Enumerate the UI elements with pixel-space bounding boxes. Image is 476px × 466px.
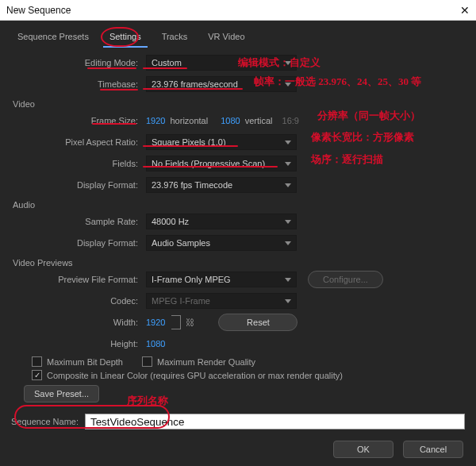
editing-mode-value: Custom <box>152 58 182 67</box>
preview-file-format-label: Preview File Format: <box>13 275 146 284</box>
preview-file-format-select[interactable]: I-Frame Only MPEG <box>146 272 297 287</box>
reset-button[interactable]: Reset <box>218 314 298 331</box>
pixel-aspect-value: Square Pixels (1.0) <box>152 137 226 147</box>
fields-select[interactable]: No Fields (Progressive Scan) <box>146 156 297 171</box>
sequence-name-label: Sequence Name: <box>11 417 79 426</box>
horizontal-label: horizontal <box>170 116 208 125</box>
settings-content: Editing Mode: Custom Timebase: 23.976 fr… <box>0 48 476 409</box>
sequence-name-input[interactable] <box>85 414 465 429</box>
composite-linear-checkbox[interactable] <box>32 370 42 380</box>
frame-width-input[interactable]: 1920 <box>146 116 165 125</box>
frame-height-input[interactable]: 1080 <box>221 116 240 125</box>
ok-button[interactable]: OK <box>333 441 393 458</box>
chevron-down-icon <box>285 241 291 245</box>
configure-button: Configure... <box>308 271 383 288</box>
window-titlebar: New Sequence ✕ <box>0 0 476 21</box>
window-title: New Sequence <box>6 5 71 16</box>
max-bit-depth-label: Maximum Bit Depth <box>47 357 123 367</box>
preview-width-label: Width: <box>13 318 146 327</box>
tab-settings[interactable]: Settings <box>103 29 148 48</box>
chevron-down-icon <box>285 61 291 65</box>
preview-file-format-value: I-Frame Only MPEG <box>152 275 231 284</box>
tab-vr-video[interactable]: VR Video <box>202 29 251 48</box>
editing-mode-label: Editing Mode: <box>13 58 146 67</box>
close-icon[interactable]: ✕ <box>460 4 470 17</box>
preview-height-value[interactable]: 1080 <box>146 339 165 349</box>
tab-sequence-presets[interactable]: Sequence Presets <box>11 29 95 48</box>
timebase-value: 23.976 frames/second <box>152 79 238 89</box>
pixel-aspect-label: Pixel Aspect Ratio: <box>13 137 146 147</box>
cancel-button[interactable]: Cancel <box>403 441 463 458</box>
frame-size-label: Frame Size: <box>13 116 146 125</box>
chevron-down-icon <box>285 141 291 144</box>
max-bit-depth-checkbox[interactable] <box>32 356 42 367</box>
preview-width-value[interactable]: 1920 <box>146 318 165 327</box>
chevron-down-icon <box>285 299 291 303</box>
video-display-format-value: 23.976 fps Timecode <box>152 180 232 190</box>
preview-height-label: Height: <box>13 339 146 349</box>
editing-mode-select[interactable]: Custom <box>146 55 297 71</box>
codec-select: MPEG I-Frame <box>146 293 297 309</box>
tabs: Sequence Presets Settings Tracks VR Vide… <box>0 21 476 48</box>
sample-rate-value: 48000 Hz <box>152 217 189 226</box>
fields-label: Fields: <box>13 159 146 168</box>
video-heading: Video <box>13 99 463 109</box>
previews-heading: Video Previews <box>13 258 463 268</box>
chevron-down-icon <box>285 183 291 187</box>
audio-heading: Audio <box>13 200 463 210</box>
sequence-name-row: Sequence Name: <box>0 409 476 436</box>
max-render-quality-checkbox[interactable] <box>142 356 152 367</box>
fields-value: No Fields (Progressive Scan) <box>152 159 265 168</box>
attach-icon: ⛓ <box>186 318 194 327</box>
link-dimensions-icon[interactable] <box>171 315 181 329</box>
audio-display-format-select[interactable]: Audio Samples <box>146 235 297 251</box>
dialog-panel: Sequence Presets Settings Tracks VR Vide… <box>0 21 476 466</box>
sample-rate-label: Sample Rate: <box>13 217 146 226</box>
tab-tracks[interactable]: Tracks <box>155 29 194 48</box>
composite-linear-label: Composite in Linear Color (requires GPU … <box>47 371 343 380</box>
max-render-quality-label: Maximum Render Quality <box>157 357 255 367</box>
codec-value: MPEG I-Frame <box>152 296 210 306</box>
dialog-footer: OK Cancel <box>0 436 476 466</box>
timebase-select[interactable]: 23.976 frames/second <box>146 76 297 92</box>
codec-label: Codec: <box>13 296 146 306</box>
timebase-label: Timebase: <box>13 79 146 89</box>
aspect-hint: 16:9 <box>282 116 299 125</box>
sample-rate-select[interactable]: 48000 Hz <box>146 214 297 229</box>
video-display-format-label: Display Format: <box>13 180 146 190</box>
chevron-down-icon <box>285 83 291 87</box>
chevron-down-icon <box>285 220 291 224</box>
chevron-down-icon <box>285 278 291 282</box>
video-display-format-select[interactable]: 23.976 fps Timecode <box>146 177 297 193</box>
audio-display-format-value: Audio Samples <box>152 238 210 248</box>
pixel-aspect-select[interactable]: Square Pixels (1.0) <box>146 134 297 150</box>
chevron-down-icon <box>285 162 291 166</box>
save-preset-button[interactable]: Save Preset... <box>24 385 99 402</box>
vertical-label: vertical <box>245 116 273 125</box>
audio-display-format-label: Display Format: <box>13 238 146 248</box>
